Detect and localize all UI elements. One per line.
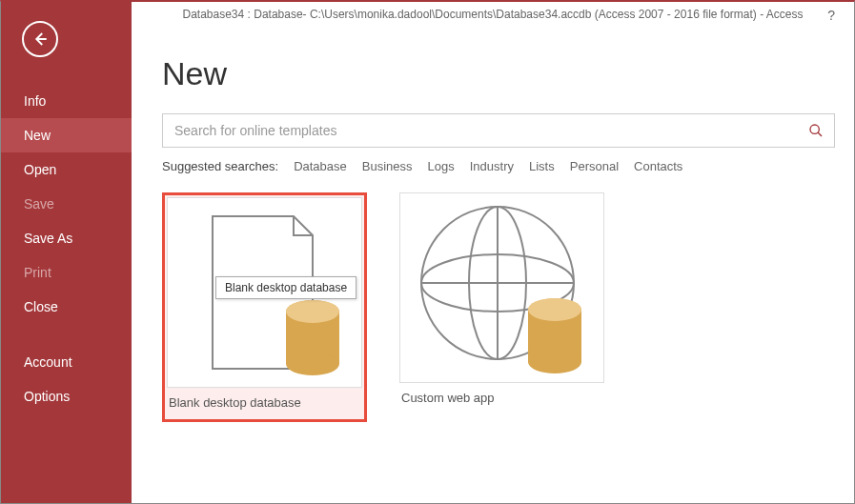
template-thumb: Blank desktop database <box>167 197 362 388</box>
suggested-label: Suggested searches: <box>162 159 278 173</box>
template-custom-web-app[interactable]: Custom web app <box>399 192 604 422</box>
template-label: Custom web app <box>399 383 604 413</box>
sidebar-item-close[interactable]: Close <box>1 290 132 324</box>
template-thumb <box>399 192 604 383</box>
template-blank-desktop-database[interactable]: Blank desktop database Blank desktop dat… <box>162 192 367 422</box>
suggested-link-database[interactable]: Database <box>294 159 347 173</box>
window-title: Database34 : Database- C:\Users\monika.d… <box>132 8 854 21</box>
back-button[interactable] <box>22 21 58 57</box>
svg-point-5 <box>286 300 339 323</box>
main-content: Database34 : Database- C:\Users\monika.d… <box>132 2 854 503</box>
sidebar-item-new[interactable]: New <box>1 118 132 152</box>
sidebar-item-open[interactable]: Open <box>1 152 132 187</box>
sidebar-item-options[interactable]: Options <box>1 379 132 413</box>
help-button[interactable]: ? <box>827 8 835 23</box>
svg-line-1 <box>818 132 822 136</box>
sidebar-item-saveas[interactable]: Save As <box>1 221 132 255</box>
svg-point-14 <box>528 298 581 321</box>
suggested-link-lists[interactable]: Lists <box>529 159 555 173</box>
arrow-left-icon <box>31 30 49 48</box>
suggested-link-contacts[interactable]: Contacts <box>634 159 682 173</box>
suggested-link-personal[interactable]: Personal <box>570 159 619 173</box>
search-icon <box>808 123 824 138</box>
web-app-icon <box>407 197 598 378</box>
suggested-link-industry[interactable]: Industry <box>470 159 514 173</box>
sidebar-item-print: Print <box>1 255 132 290</box>
svg-point-4 <box>286 353 339 375</box>
svg-point-0 <box>810 125 819 133</box>
sidebar-item-account[interactable]: Account <box>1 345 132 379</box>
suggested-link-logs[interactable]: Logs <box>428 159 455 173</box>
page-title: New <box>162 55 835 92</box>
svg-point-13 <box>528 351 581 373</box>
template-gallery: Blank desktop database Blank desktop dat… <box>162 192 835 422</box>
sidebar-item-info[interactable]: Info <box>1 84 132 118</box>
template-label: Blank desktop database <box>167 388 362 417</box>
search-button[interactable] <box>798 114 834 147</box>
blank-db-icon <box>184 207 346 378</box>
sidebar-item-save: Save <box>1 187 132 221</box>
search-input[interactable] <box>163 114 798 147</box>
backstage-sidebar: Info New Open Save Save As Print Close A… <box>1 2 132 503</box>
search-row <box>162 113 835 148</box>
suggested-searches: Suggested searches: Database Business Lo… <box>162 159 835 173</box>
suggested-link-business[interactable]: Business <box>362 159 413 173</box>
